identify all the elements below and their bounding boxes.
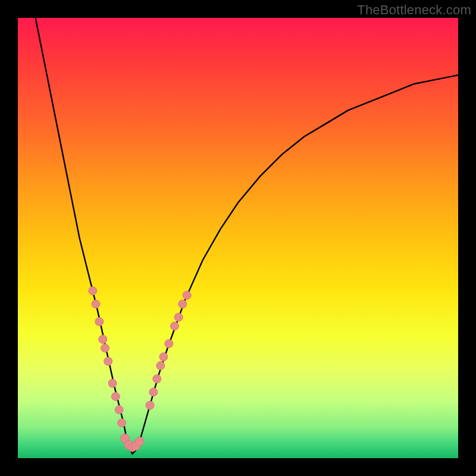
highlight-dot — [92, 300, 100, 308]
curve-layer — [18, 18, 458, 458]
chart-frame: TheBottleneck.com — [0, 0, 476, 476]
highlight-dot — [156, 362, 165, 370]
highlight-dot — [183, 291, 191, 299]
highlight-dot — [149, 388, 158, 396]
watermark-text: TheBottleneck.com — [357, 2, 471, 18]
highlight-dot — [159, 353, 168, 361]
highlight-dot — [165, 340, 173, 348]
highlight-dot — [89, 287, 97, 295]
bottleneck-curve — [36, 18, 458, 454]
highlight-dot — [104, 357, 112, 365]
highlight-dot — [174, 313, 183, 321]
highlight-dot — [135, 437, 144, 446]
highlight-markers-right — [146, 291, 191, 409]
highlight-dot — [153, 375, 161, 383]
highlight-dot — [108, 379, 117, 387]
highlight-dot — [101, 344, 109, 352]
highlight-dot — [111, 392, 120, 400]
highlight-dot — [115, 406, 123, 414]
highlight-dot — [95, 318, 104, 326]
highlight-dot — [146, 401, 154, 409]
highlight-dot — [178, 300, 187, 308]
highlight-dot — [118, 419, 126, 427]
highlight-dot — [99, 335, 107, 343]
highlight-dot — [170, 322, 178, 330]
plot-area — [18, 18, 458, 458]
